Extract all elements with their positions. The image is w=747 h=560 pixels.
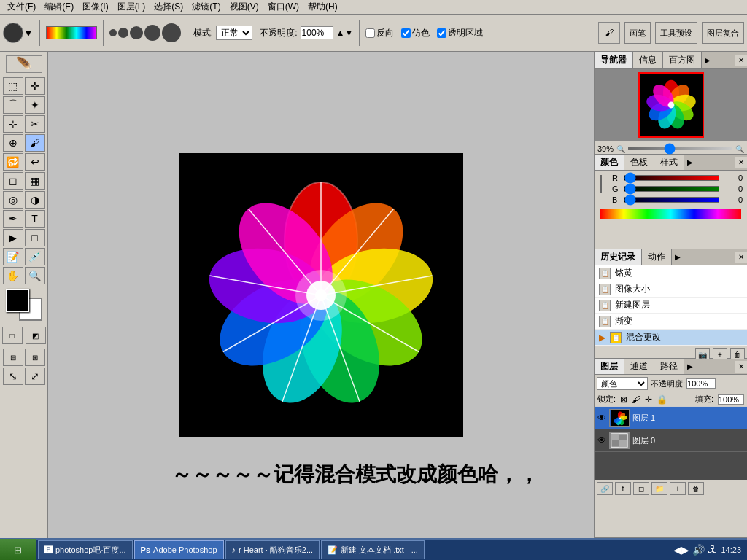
opacity-input[interactable] (301, 26, 333, 39)
lock-pixels-btn[interactable]: 🖌 (632, 394, 640, 405)
history-item-2[interactable]: 📋 新建图层 (595, 298, 747, 314)
brush-size-dropdown[interactable]: ▼ (3, 23, 34, 43)
lock-position-btn[interactable]: ✛ (645, 394, 652, 405)
b-slider[interactable] (624, 197, 719, 203)
notes-tool[interactable]: 📝 (3, 248, 23, 265)
mode-select[interactable]: 正常 (216, 26, 252, 40)
dodge-tool[interactable]: ◑ (25, 191, 45, 209)
view-mode-btn[interactable]: ⊟ (3, 349, 23, 366)
menu-select[interactable]: 选择(S) (150, 1, 187, 13)
lock-transparent-btn[interactable]: ⊠ (620, 394, 627, 405)
fullscreen-btn[interactable]: ⊞ (25, 349, 45, 366)
slice-tool[interactable]: ✂ (25, 115, 45, 133)
transparency-checkbox[interactable] (437, 28, 446, 38)
menu-edit[interactable]: 编辑(E) (40, 1, 78, 13)
info-tab[interactable]: 信息 (633, 52, 663, 68)
hand-tool[interactable]: ✋ (3, 267, 23, 284)
zoom-in-icon[interactable]: 🔍 (735, 145, 744, 153)
reverse-checkbox-label[interactable]: 反向 (365, 27, 394, 39)
menu-window[interactable]: 窗口(W) (263, 1, 303, 13)
pen-tool[interactable]: ✒ (3, 210, 23, 228)
history-item-3[interactable]: 📋 渐变 (595, 314, 747, 330)
layer-mask-btn[interactable]: ◻ (633, 482, 649, 495)
transparency-checkbox-label[interactable]: 透明区域 (437, 27, 483, 39)
histogram-tab[interactable]: 百方图 (663, 52, 702, 68)
layer-item-0[interactable]: 👁 图层 0 (595, 429, 747, 452)
color-menu-btn[interactable]: ▶ (684, 157, 696, 168)
navigator-tab[interactable]: 导航器 (595, 52, 633, 68)
taskbar-item-photoshop-baidu[interactable]: 🅿 photoshop吧·百度... (38, 540, 133, 559)
blur-tool[interactable]: ◎ (3, 191, 23, 209)
clone-stamp-tool[interactable]: 🔂 (3, 153, 23, 171)
taskbar-item-kugou[interactable]: ♪ r Heart · 酷狗音乐2... (225, 540, 320, 559)
lasso-tool[interactable]: ⌒ (3, 96, 23, 114)
color-tab[interactable]: 颜色 (595, 155, 624, 170)
taskbar-item-adobe-photoshop[interactable]: Ps Adobe Photoshop (134, 540, 224, 559)
marquee-tool[interactable]: ⬚ (3, 77, 23, 95)
simulate-checkbox[interactable] (401, 28, 411, 38)
swatches-tab[interactable]: 色板 (624, 155, 654, 170)
tray-volume-icon[interactable]: 🔊 (692, 544, 705, 556)
history-menu-btn[interactable]: ▶ (672, 252, 684, 263)
tool-preset-btn[interactable]: 工具预设 (655, 22, 697, 44)
blend-mode-select[interactable]: 颜色 正常 (597, 377, 648, 390)
color-close-btn[interactable]: ✕ (735, 157, 747, 168)
magic-wand-tool[interactable]: ✦ (25, 96, 45, 114)
standard-mode-btn[interactable]: □ (2, 327, 23, 344)
lock-all-btn[interactable]: 🔒 (657, 394, 667, 405)
shape-tool[interactable]: □ (25, 229, 45, 246)
layer-delete-btn[interactable]: 🗑 (688, 482, 704, 495)
text-tool[interactable]: T (25, 210, 45, 228)
layer-comp-btn[interactable]: 图层复合 (702, 22, 744, 44)
zoom-tool[interactable]: 🔍 (25, 267, 45, 284)
layer-effects-btn[interactable]: f (615, 482, 631, 495)
history-item-0[interactable]: 📋 铭黄 (595, 265, 747, 281)
layer-0-eye-icon[interactable]: 👁 (597, 435, 606, 446)
menu-layer[interactable]: 图层(L) (113, 1, 150, 13)
layers-menu-btn[interactable]: ▶ (684, 361, 696, 373)
navigator-menu-btn[interactable]: ▶ (702, 55, 713, 66)
menu-filter[interactable]: 滤镜(T) (187, 1, 225, 13)
crop-tool[interactable]: ⊹ (3, 115, 23, 133)
foreground-color[interactable] (6, 289, 29, 312)
healing-tool[interactable]: ⊕ (3, 134, 23, 152)
navigator-zoom-slider[interactable] (628, 147, 732, 150)
layers-close-btn[interactable]: ✕ (735, 361, 747, 373)
history-tab[interactable]: 历史记录 (595, 249, 642, 265)
tray-network-icon[interactable]: 🖧 (708, 544, 718, 556)
layers-tab[interactable]: 图层 (595, 359, 624, 374)
extra-tool-1[interactable]: ⤡ (3, 368, 23, 385)
menu-image[interactable]: 图像(I) (78, 1, 112, 13)
r-slider[interactable] (624, 175, 719, 181)
history-brush-tool[interactable]: ↩ (25, 153, 45, 171)
layer-link-btn[interactable]: 🔗 (597, 482, 613, 495)
fill-input[interactable] (718, 394, 744, 405)
history-close-btn[interactable]: ✕ (735, 252, 747, 263)
eraser-tool[interactable]: ◻ (3, 172, 23, 190)
brush-tool[interactable]: 🖌 (25, 134, 45, 152)
layer-new-btn[interactable]: + (670, 482, 686, 495)
paths-tab[interactable]: 路径 (654, 359, 684, 374)
opacity-arrow[interactable]: ▲▼ (336, 28, 354, 38)
styles-tab[interactable]: 样式 (654, 155, 684, 170)
zoom-out-icon[interactable]: 🔍 (616, 145, 625, 153)
layer-item-1[interactable]: 👁 (595, 407, 747, 429)
history-item-1[interactable]: 📋 图像大小 (595, 281, 747, 298)
channels-tab[interactable]: 通道 (624, 359, 654, 374)
extra-tool-2[interactable]: ⤢ (25, 368, 45, 385)
reverse-checkbox[interactable] (365, 28, 375, 38)
menu-view[interactable]: 视图(V) (225, 1, 263, 13)
tray-media-icon[interactable]: ◀▶ (673, 544, 689, 556)
brush-settings-icon[interactable]: 🖌 (598, 22, 620, 44)
path-select-tool[interactable]: ▶ (3, 229, 23, 246)
color-swatch[interactable] (600, 175, 602, 192)
eyedropper-tool[interactable]: 💉 (25, 248, 45, 265)
move-tool[interactable]: ✛ (25, 77, 45, 95)
brush-btn[interactable]: 画笔 (624, 22, 651, 44)
layer-group-btn[interactable]: 📁 (651, 482, 667, 495)
layer-opacity-input[interactable] (686, 378, 716, 389)
layer-1-eye-icon[interactable]: 👁 (597, 413, 606, 423)
gradient-tool[interactable]: ▦ (25, 172, 45, 190)
history-item-4[interactable]: ▶ 📋 混合更改 (595, 330, 747, 346)
taskbar-item-notepad[interactable]: 📝 新建 文本文档 .txt - ... (321, 540, 425, 559)
